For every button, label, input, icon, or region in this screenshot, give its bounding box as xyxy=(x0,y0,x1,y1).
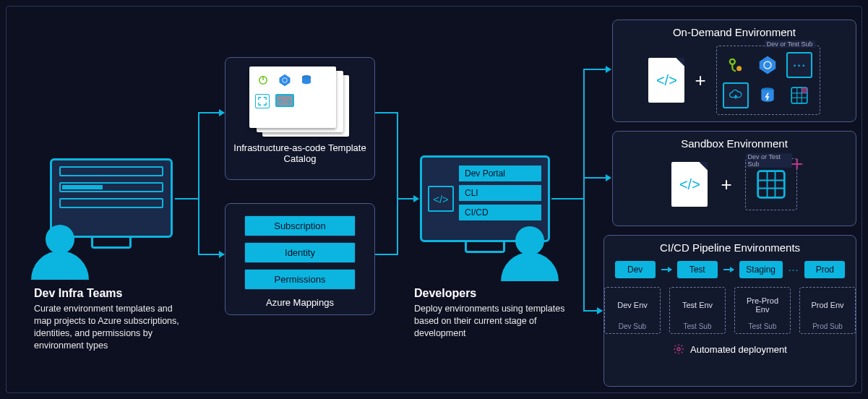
svg-point-7 xyxy=(736,66,742,71)
svg-point-22 xyxy=(677,348,680,351)
mapping-subscription: Subscription xyxy=(244,215,356,236)
db-svc-icon xyxy=(755,82,781,108)
dev-portal-item: Dev Portal xyxy=(458,165,542,182)
plus-icon: + xyxy=(695,69,705,92)
dev-infra-monitor xyxy=(50,158,173,238)
developers-title: Developers xyxy=(414,287,580,300)
azure-mappings-panel: Subscription Identity Permissions Azure … xyxy=(225,203,375,315)
stage-staging: Staging xyxy=(739,261,783,278)
sandbox-services-box: Dev or Test Sub + xyxy=(745,158,797,210)
developers-monitor: </> Dev Portal CLI CI/CD xyxy=(420,155,550,242)
svg-point-6 xyxy=(729,59,734,64)
svg-rect-17 xyxy=(757,171,784,198)
ellipsis-svc-icon: ··· xyxy=(786,52,812,78)
grid-svc-icon xyxy=(786,82,812,108)
sandbox-panel: Sandbox Environment </> + Dev or Test Su… xyxy=(612,131,856,226)
svg-marker-2 xyxy=(280,74,291,87)
doc-stack-icon: ‹··› xyxy=(249,66,351,135)
template-catalog-label: Infrastructure-as-code Template Catalog xyxy=(233,142,367,164)
stage-prod: Prod xyxy=(804,261,845,278)
sub-test: Test Sub xyxy=(674,322,721,330)
dev-infra-desc: Curate environment templates and map pro… xyxy=(34,303,186,352)
ondemand-sub-label: Dev or Test Sub xyxy=(765,40,815,48)
svg-rect-16 xyxy=(802,87,807,93)
sub-test2: Test Sub xyxy=(739,322,786,330)
plus-icon-2: + xyxy=(721,173,731,196)
kubernetes-svc-icon xyxy=(755,52,781,78)
developers-desc: Deploy environments using templates base… xyxy=(414,303,580,340)
dev-infra-title: Dev Infra Teams xyxy=(34,287,186,300)
code-icon: ‹··› xyxy=(275,94,294,107)
dev-infra-text: Dev Infra Teams Curate environment templ… xyxy=(34,287,186,352)
sandbox-sub-label: Dev or Test Sub xyxy=(746,153,792,168)
code-file-icon: </> xyxy=(428,186,454,212)
diagram-canvas: Dev Infra Teams Curate environment templ… xyxy=(6,6,862,393)
power-icon xyxy=(255,72,271,88)
grid-large-icon xyxy=(753,166,789,202)
gear-icon xyxy=(673,343,684,355)
sub-prod: Prod Sub xyxy=(804,322,851,330)
sub-dev: Dev Sub xyxy=(609,322,656,330)
add-plus-icon: + xyxy=(791,152,804,176)
svg-marker-8 xyxy=(759,56,775,74)
dev-portal-list: Dev Portal CLI CI/CD xyxy=(458,165,542,234)
pipeline-panel: CI/CD Pipeline Environments Dev Test Sta… xyxy=(603,235,856,387)
stage-test: Test xyxy=(677,261,718,278)
ondemand-panel: On-Demand Environment </> + Dev or Test … xyxy=(612,20,856,122)
ci-icon xyxy=(723,52,749,78)
pipeline-stages-row: Dev Test Staging ··· Prod xyxy=(604,261,856,278)
expand-icon xyxy=(255,94,270,108)
sandbox-title: Sandbox Environment xyxy=(613,132,856,150)
env-dev: Dev Env xyxy=(609,292,656,318)
pipeline-envs-row: Dev Env Dev Sub Test Env Test Sub Pre-Pr… xyxy=(604,287,856,334)
stage-dev: Dev xyxy=(615,261,656,278)
dev-cli-item: CLI xyxy=(458,184,542,202)
kubernetes-icon xyxy=(277,72,293,88)
env-test: Test Env xyxy=(674,292,721,318)
ondemand-title: On-Demand Environment xyxy=(613,20,856,38)
azure-mappings-label: Azure Mappings xyxy=(266,297,334,308)
cloud-up-icon xyxy=(723,82,749,108)
mapping-permissions: Permissions xyxy=(244,269,356,290)
ondemand-services-box: Dev or Test Sub ··· xyxy=(716,46,820,115)
dev-cicd-item: CI/CD xyxy=(458,204,542,221)
database-icon xyxy=(298,72,314,88)
code-doc-icon: </> xyxy=(648,58,684,103)
developers-text: Developers Deploy environments using tem… xyxy=(414,287,580,340)
template-catalog-panel: ‹··› Infrastructure-as-code Template Cat… xyxy=(225,57,375,180)
env-preprod: Pre-Prod Env xyxy=(739,292,786,318)
pipeline-footer: Automated deployment xyxy=(604,341,856,355)
pipeline-title: CI/CD Pipeline Environments xyxy=(604,236,856,254)
code-doc-icon-2: </> xyxy=(671,162,708,207)
env-prod: Prod Env xyxy=(804,292,851,318)
stage-ellipsis: ··· xyxy=(788,264,799,275)
mapping-identity: Identity xyxy=(244,242,356,263)
